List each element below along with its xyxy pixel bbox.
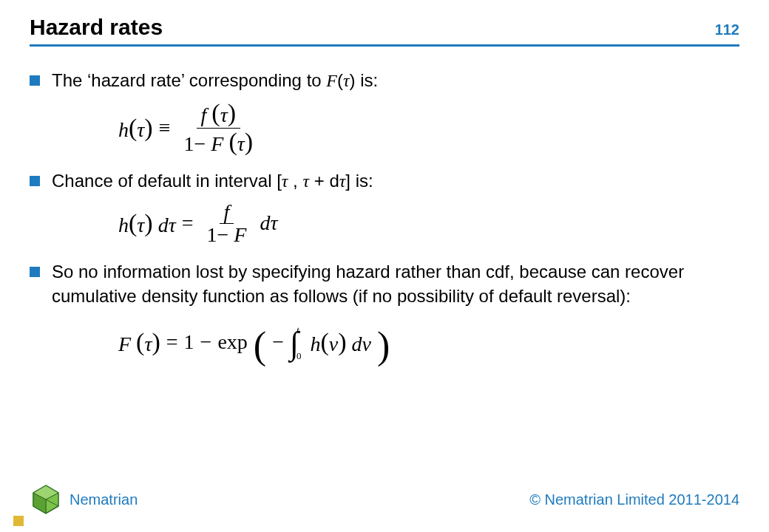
- math-tau: τ: [270, 211, 277, 234]
- math-rparen: ): [245, 128, 253, 155]
- brand-name: Nematrian: [70, 491, 138, 508]
- math-minus: −: [217, 223, 229, 246]
- math-tau: τ: [237, 132, 245, 155]
- math-one: 1: [184, 331, 194, 354]
- math-big-f: F: [234, 223, 246, 246]
- math-fraction: f 1− F: [203, 201, 251, 248]
- math-rparen: ): [228, 99, 236, 126]
- math-nu: ν: [362, 332, 371, 355]
- math-rparen: ): [338, 328, 346, 355]
- math-d: d: [352, 332, 362, 355]
- math-lparen: (: [136, 328, 144, 355]
- copyright: © Nematrian Limited 2011-2014: [529, 491, 739, 508]
- text-fragment: (: [337, 70, 343, 90]
- math-rparen: ): [144, 114, 152, 141]
- title-row: Hazard rates 112: [30, 15, 739, 47]
- bullet-marker-icon: [30, 267, 40, 277]
- math-f: f: [224, 200, 230, 223]
- math-tau: τ: [137, 118, 144, 141]
- bullet-item: The ‘hazard rate’ corresponding to F(τ) …: [30, 69, 739, 92]
- text-fragment: Chance of default in interval [: [52, 171, 282, 191]
- math-big-f: F: [211, 132, 223, 155]
- text-fragment: ] is:: [345, 171, 373, 191]
- integral-icon: ∫: [290, 332, 299, 355]
- bullet-marker-icon: [30, 75, 40, 86]
- math-var-tau: τ: [343, 71, 350, 90]
- math-tau: τ: [144, 332, 152, 355]
- math-h: h: [118, 118, 129, 141]
- text-fragment: The ‘hazard rate’ corresponding to: [52, 70, 326, 90]
- logo-icon: [30, 483, 62, 516]
- math-integral: ∫ t 0: [290, 325, 305, 361]
- text-fragment: ,: [288, 171, 302, 191]
- math-var-f: F: [326, 71, 337, 90]
- bullet-text: The ‘hazard rate’ corresponding to F(τ) …: [52, 69, 739, 92]
- math-d: d: [260, 211, 270, 234]
- text-fragment: ): [350, 70, 356, 90]
- page-title: Hazard rates: [30, 15, 163, 40]
- footer-left: Nematrian: [30, 483, 138, 516]
- math-equiv: ≡: [159, 117, 171, 140]
- formula-default-probability: h(τ) dτ = f 1− F dτ: [118, 201, 739, 248]
- math-nu: ν: [329, 332, 338, 355]
- math-one: 1: [207, 223, 217, 246]
- footer: Nematrian © Nematrian Limited 2011-2014: [30, 483, 739, 516]
- formula-hazard-definition: h(τ) ≡ f (τ) 1− F (τ): [118, 100, 739, 156]
- math-f: f: [201, 103, 207, 126]
- slide: Hazard rates 112 The ‘hazard rate’ corre…: [0, 0, 769, 532]
- math-lparen: (: [211, 99, 220, 126]
- bullet-item: So no information lost by specifying haz…: [30, 260, 739, 308]
- math-lparen: (: [129, 114, 137, 141]
- math-h: h: [311, 332, 321, 355]
- header: Hazard rates 112: [0, 0, 769, 47]
- math-fraction: f (τ) 1− F (τ): [179, 100, 257, 156]
- math-lparen: (: [321, 328, 329, 355]
- math-big-rparen: ): [377, 324, 390, 366]
- math-one: 1: [183, 132, 194, 155]
- bullet-item: Chance of default in interval [τ , τ + d…: [30, 169, 739, 193]
- math-tau: τ: [220, 103, 228, 126]
- math-d: d: [158, 214, 169, 236]
- bullet-text: So no information lost by specifying haz…: [52, 260, 739, 308]
- math-tau: τ: [137, 214, 144, 236]
- bullet-marker-icon: [30, 176, 40, 186]
- math-rparen: ): [144, 209, 152, 236]
- math-big-f: F: [118, 332, 131, 355]
- bullet-text: Chance of default in interval [τ , τ + d…: [52, 169, 739, 193]
- math-lparen: (: [129, 209, 137, 236]
- math-lparen: (: [228, 128, 237, 155]
- fraction-numerator: f: [220, 201, 234, 225]
- math-tau: τ: [169, 214, 176, 236]
- math-minus: −: [194, 132, 206, 155]
- formula-cdf-recovery: F (τ) = 1 − exp ( − ∫ t 0 h(ν) dν ): [118, 321, 739, 364]
- fraction-denominator: 1− F (τ): [179, 129, 257, 156]
- fraction-numerator: f (τ): [197, 100, 240, 128]
- text-fragment: is:: [356, 70, 379, 90]
- content: The ‘hazard rate’ corresponding to F(τ) …: [0, 47, 769, 364]
- fraction-denominator: 1− F: [203, 224, 251, 247]
- math-equals: =: [182, 212, 194, 235]
- math-var-tau: τ: [302, 171, 309, 191]
- text-fragment: + d: [309, 171, 339, 191]
- math-neg: −: [272, 331, 284, 354]
- math-minus: −: [200, 331, 212, 354]
- math-exp: exp: [217, 331, 247, 354]
- page-number: 112: [715, 21, 739, 38]
- math-big-lparen: (: [254, 324, 266, 366]
- math-equals: =: [166, 331, 178, 354]
- math-h: h: [118, 214, 129, 236]
- math-rparen: ): [152, 328, 160, 355]
- corner-marker-icon: [13, 516, 24, 526]
